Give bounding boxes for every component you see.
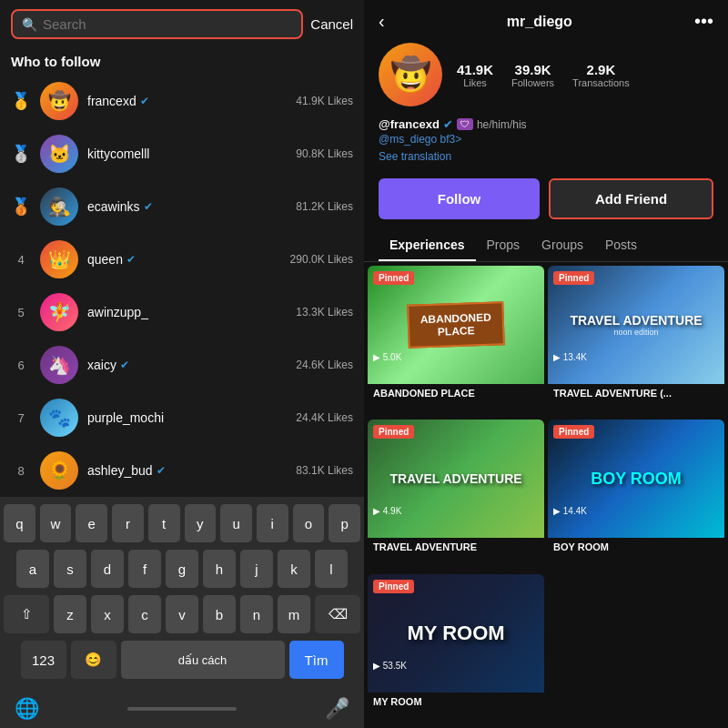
key[interactable]: j [240,550,273,588]
key[interactable]: ⇧ [4,595,49,633]
list-item[interactable]: 5 🧚 awinzupp_ 13.3K Likes [0,286,364,339]
key[interactable]: q [4,504,35,542]
user-name-wrap: ashley_bud ✔ [87,463,287,478]
key[interactable]: ⌫ [315,595,360,633]
bio-badge: 🛡 [457,118,473,130]
stat-value: 39.9K [515,62,551,77]
stat-label: Transactions [572,77,630,88]
key[interactable]: w [40,504,72,542]
tab-item[interactable]: Props [476,230,531,261]
follow-button[interactable]: Follow [379,178,540,219]
content-card[interactable]: PinnedBOY ROOM▶ 14.4KBOY ROOM [548,420,724,570]
key[interactable]: s [54,550,86,588]
user-name: awinzupp_ [87,305,148,319]
list-item[interactable]: 🥈 🐱 kittycomelll 90.8K Likes [0,127,364,180]
content-card[interactable]: PinnedTRAVEL ADVENTURE▶ 4.9KTRAVEL ADVEN… [368,420,544,570]
cancel-button[interactable]: Cancel [310,16,353,32]
stat-item: 2.9K Transactions [572,62,630,88]
key[interactable]: b [203,595,236,633]
list-item[interactable]: 4 👑 queen ✔ 290.0K Likes [0,233,364,286]
tab-item[interactable]: Posts [594,230,648,261]
key[interactable]: u [220,504,252,542]
user-name-wrap: purple_mochi [87,410,287,425]
bottom-bar: 🌐 🎤 [0,690,364,728]
tab-item[interactable]: Groups [531,230,594,261]
content-card[interactable]: Pinned TRAVEL ADVENTURE noon edition ▶ 1… [548,266,724,416]
user-list: 🥇 🤠 francexd ✔ 41.9K Likes 🥈 🐱 kittycome… [0,75,364,497]
keyboard-row: qwertyuiop [4,504,360,542]
avatar: 👑 [40,240,78,278]
card-label: TRAVEL ADVENTURE (... [548,384,724,402]
more-button[interactable]: ••• [694,11,713,32]
key[interactable]: d [91,550,124,588]
bio-line1: @francexd ✔ 🛡 he/him/his [379,117,713,131]
list-item[interactable]: 🥉 🕵️ ecawinks ✔ 81.2K Likes [0,180,364,233]
globe-icon[interactable]: 🌐 [15,697,39,721]
key[interactable]: i [257,504,288,542]
user-name: queen [87,252,123,267]
likes-count: 13.3K Likes [296,306,353,318]
add-friend-button[interactable]: Add Friend [549,178,713,219]
user-name-wrap: queen ✔ [87,252,281,267]
user-name-wrap: francexd ✔ [87,94,287,108]
key[interactable]: z [54,595,86,633]
pinned-badge: Pinned [373,580,414,593]
list-item[interactable]: 8 🌻 ashley_bud ✔ 83.1K Likes [0,444,364,497]
see-translation[interactable]: See translation [379,150,451,163]
search-input-wrap[interactable]: 🔍 [11,9,303,39]
verified-icon: ✔ [157,464,166,477]
key[interactable]: o [293,504,325,542]
user-name-wrap: kittycomelll [87,147,287,161]
list-item[interactable]: 🥇 🤠 francexd ✔ 41.9K Likes [0,75,364,127]
key[interactable]: h [203,550,236,588]
keyboard-row: asdfghjkl [4,550,360,588]
key[interactable]: x [91,595,124,633]
key[interactable]: dấu cách [121,641,285,679]
key[interactable]: v [166,595,198,633]
content-tabs: ExperiencesPropsGroupsPosts [364,230,728,262]
key[interactable]: n [240,595,273,633]
list-item[interactable]: 6 🦄 xaicy ✔ 24.6K Likes [0,339,364,391]
verified-badge: ✔ [443,117,453,131]
key[interactable]: r [112,504,144,542]
search-icon: 🔍 [22,17,37,32]
key[interactable]: m [278,595,310,633]
search-input[interactable] [43,16,292,32]
list-item[interactable]: 7 🐾 purple_mochi 24.4K Likes [0,391,364,444]
key[interactable]: f [128,550,161,588]
key[interactable]: 😊 [71,641,116,679]
tab-item[interactable]: Experiences [379,230,476,261]
avatar: 🦄 [40,346,78,384]
card-content: TRAVEL ADVENTURE [389,471,521,486]
key[interactable]: e [76,504,107,542]
mic-icon[interactable]: 🎤 [325,697,349,721]
back-button[interactable]: ‹ [379,11,385,32]
keyboard: qwertyuiopasdfghjkl⇧zxcvbnm⌫123😊dấu cách… [0,497,364,690]
key[interactable]: a [16,550,49,588]
pinned-badge: Pinned [373,271,414,285]
profile-stats: 41.9K Likes 39.9K Followers 2.9K Transac… [457,62,713,88]
key[interactable]: l [315,550,348,588]
content-grid: PinnedABANDONEDPLACE▶ 5.0KABANDONED PLAC… [364,262,728,728]
bio-username: @francexd [379,117,440,131]
user-name: xaicy [87,358,116,372]
key[interactable]: p [329,504,360,542]
content-card[interactable]: PinnedMY ROOM▶ 53.5KMY ROOM [368,574,544,724]
key[interactable]: 123 [21,641,66,679]
key[interactable]: g [166,550,198,588]
likes-count: 41.9K Likes [296,95,353,107]
key[interactable]: k [278,550,310,588]
key[interactable]: y [185,504,217,542]
card-content: BOY ROOM [591,470,682,489]
content-card[interactable]: PinnedABANDONEDPLACE▶ 5.0KABANDONED PLAC… [368,266,544,416]
user-name: francexd [87,94,136,108]
key[interactable]: c [128,595,161,633]
key[interactable]: Tìm [289,641,344,679]
key[interactable]: t [148,504,180,542]
avatar: 🌻 [40,451,78,490]
avatar: 🧚 [40,293,78,331]
profile-header: ‹ mr_diego ••• [364,0,728,43]
who-follow-label: Who to follow [0,48,364,75]
likes-count: 290.0K Likes [290,253,353,266]
likes-count: 24.6K Likes [296,359,353,371]
